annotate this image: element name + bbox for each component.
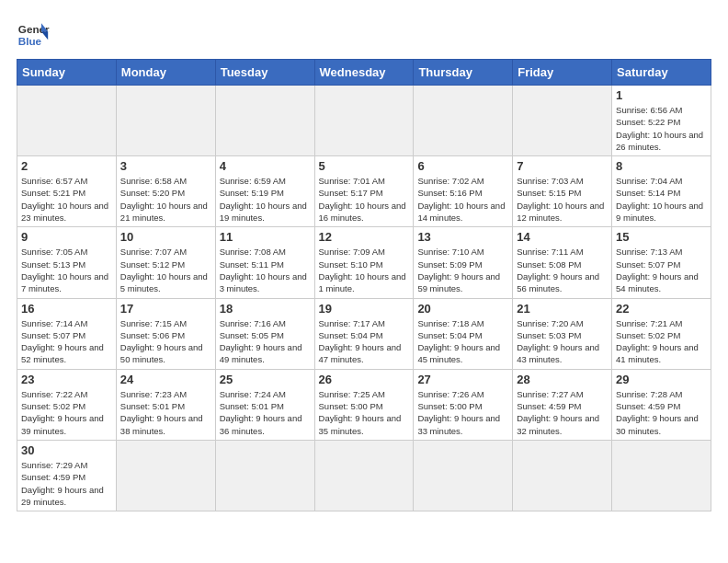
calendar-cell: 17Sunrise: 7:15 AM Sunset: 5:06 PM Dayli… — [116, 298, 215, 369]
day-info: Sunrise: 7:28 AM Sunset: 4:59 PM Dayligh… — [616, 388, 707, 437]
day-number: 23 — [21, 373, 112, 386]
weekday-header-monday: Monday — [116, 60, 215, 86]
week-row-2: 2Sunrise: 6:57 AM Sunset: 5:21 PM Daylig… — [17, 156, 711, 227]
day-info: Sunrise: 7:01 AM Sunset: 5:17 PM Dayligh… — [319, 175, 410, 224]
day-info: Sunrise: 7:29 AM Sunset: 4:59 PM Dayligh… — [21, 459, 112, 508]
calendar-cell — [215, 86, 314, 156]
calendar-cell: 16Sunrise: 7:14 AM Sunset: 5:07 PM Dayli… — [17, 298, 117, 369]
day-info: Sunrise: 7:05 AM Sunset: 5:13 PM Dayligh… — [21, 246, 112, 294]
week-row-1: 1Sunrise: 6:56 AM Sunset: 5:22 PM Daylig… — [17, 86, 711, 156]
calendar-cell: 29Sunrise: 7:28 AM Sunset: 4:59 PM Dayli… — [612, 369, 711, 440]
logo: General Blue — [17, 17, 50, 50]
day-number: 20 — [417, 302, 508, 316]
day-number: 27 — [417, 373, 508, 386]
logo-icon: General Blue — [17, 17, 50, 50]
calendar-cell: 27Sunrise: 7:26 AM Sunset: 5:00 PM Dayli… — [414, 369, 513, 440]
day-info: Sunrise: 7:17 AM Sunset: 5:04 PM Dayligh… — [319, 317, 410, 366]
day-number: 21 — [517, 302, 608, 316]
day-number: 30 — [21, 443, 112, 457]
day-number: 4 — [220, 159, 311, 173]
week-row-6: 30Sunrise: 7:29 AM Sunset: 4:59 PM Dayli… — [17, 440, 711, 511]
day-info: Sunrise: 7:27 AM Sunset: 4:59 PM Dayligh… — [517, 388, 608, 437]
calendar-cell: 1Sunrise: 6:56 AM Sunset: 5:22 PM Daylig… — [612, 86, 711, 156]
day-info: Sunrise: 6:56 AM Sunset: 5:22 PM Dayligh… — [616, 104, 707, 153]
calendar-cell: 11Sunrise: 7:08 AM Sunset: 5:11 PM Dayli… — [215, 227, 314, 298]
svg-marker-3 — [41, 31, 48, 40]
calendar-cell — [513, 86, 612, 156]
weekday-header-tuesday: Tuesday — [215, 60, 314, 86]
calendar-cell: 28Sunrise: 7:27 AM Sunset: 4:59 PM Dayli… — [513, 369, 612, 440]
calendar-cell: 10Sunrise: 7:07 AM Sunset: 5:12 PM Dayli… — [116, 227, 215, 298]
calendar-cell: 19Sunrise: 7:17 AM Sunset: 5:04 PM Dayli… — [314, 298, 414, 369]
weekday-header-sunday: Sunday — [17, 60, 117, 86]
day-number: 17 — [120, 302, 211, 316]
calendar-cell — [314, 440, 414, 511]
week-row-3: 9Sunrise: 7:05 AM Sunset: 5:13 PM Daylig… — [17, 227, 711, 298]
day-number: 3 — [120, 159, 211, 173]
day-number: 12 — [319, 230, 410, 244]
day-info: Sunrise: 7:20 AM Sunset: 5:03 PM Dayligh… — [517, 317, 608, 366]
calendar-cell: 25Sunrise: 7:24 AM Sunset: 5:01 PM Dayli… — [215, 369, 314, 440]
calendar-cell: 14Sunrise: 7:11 AM Sunset: 5:08 PM Dayli… — [513, 227, 612, 298]
weekday-header-row: SundayMondayTuesdayWednesdayThursdayFrid… — [17, 60, 711, 86]
calendar-cell: 24Sunrise: 7:23 AM Sunset: 5:01 PM Dayli… — [116, 369, 215, 440]
day-number: 14 — [517, 230, 608, 244]
day-info: Sunrise: 7:10 AM Sunset: 5:09 PM Dayligh… — [417, 246, 508, 294]
day-number: 13 — [417, 230, 508, 244]
day-number: 5 — [319, 159, 410, 173]
calendar-cell: 22Sunrise: 7:21 AM Sunset: 5:02 PM Dayli… — [612, 298, 711, 369]
week-row-5: 23Sunrise: 7:22 AM Sunset: 5:02 PM Dayli… — [17, 369, 711, 440]
calendar-cell: 3Sunrise: 6:58 AM Sunset: 5:20 PM Daylig… — [116, 156, 215, 227]
weekday-header-saturday: Saturday — [612, 60, 711, 86]
calendar-cell — [116, 440, 215, 511]
calendar-cell — [612, 440, 711, 511]
calendar-cell: 6Sunrise: 7:02 AM Sunset: 5:16 PM Daylig… — [414, 156, 513, 227]
day-number: 19 — [319, 302, 410, 316]
calendar-cell: 12Sunrise: 7:09 AM Sunset: 5:10 PM Dayli… — [314, 227, 414, 298]
day-info: Sunrise: 7:22 AM Sunset: 5:02 PM Dayligh… — [21, 388, 112, 437]
page: General Blue SundayMondayTuesdayWednesda… — [0, 0, 728, 563]
week-row-4: 16Sunrise: 7:14 AM Sunset: 5:07 PM Dayli… — [17, 298, 711, 369]
day-info: Sunrise: 6:58 AM Sunset: 5:20 PM Dayligh… — [120, 175, 211, 224]
calendar-cell — [116, 86, 215, 156]
day-info: Sunrise: 7:07 AM Sunset: 5:12 PM Dayligh… — [120, 246, 211, 294]
day-info: Sunrise: 7:14 AM Sunset: 5:07 PM Dayligh… — [21, 317, 112, 366]
day-info: Sunrise: 6:59 AM Sunset: 5:19 PM Dayligh… — [220, 175, 311, 224]
day-info: Sunrise: 7:24 AM Sunset: 5:01 PM Dayligh… — [220, 388, 311, 437]
day-number: 26 — [319, 373, 410, 386]
day-info: Sunrise: 7:13 AM Sunset: 5:07 PM Dayligh… — [616, 246, 707, 294]
day-info: Sunrise: 7:11 AM Sunset: 5:08 PM Dayligh… — [517, 246, 608, 294]
calendar-cell: 23Sunrise: 7:22 AM Sunset: 5:02 PM Dayli… — [17, 369, 117, 440]
calendar-cell: 2Sunrise: 6:57 AM Sunset: 5:21 PM Daylig… — [17, 156, 117, 227]
calendar-cell: 8Sunrise: 7:04 AM Sunset: 5:14 PM Daylig… — [612, 156, 711, 227]
calendar-cell — [414, 86, 513, 156]
day-number: 8 — [616, 159, 707, 173]
day-info: Sunrise: 7:26 AM Sunset: 5:00 PM Dayligh… — [417, 388, 508, 437]
day-number: 28 — [517, 373, 608, 386]
calendar-cell: 15Sunrise: 7:13 AM Sunset: 5:07 PM Dayli… — [612, 227, 711, 298]
day-info: Sunrise: 7:09 AM Sunset: 5:10 PM Dayligh… — [319, 246, 410, 294]
day-number: 6 — [417, 159, 508, 173]
day-number: 10 — [120, 230, 211, 244]
day-info: Sunrise: 7:03 AM Sunset: 5:15 PM Dayligh… — [517, 175, 608, 224]
calendar-cell — [17, 86, 117, 156]
day-info: Sunrise: 7:04 AM Sunset: 5:14 PM Dayligh… — [616, 175, 707, 224]
day-number: 16 — [21, 302, 112, 316]
calendar-cell — [414, 440, 513, 511]
day-info: Sunrise: 7:15 AM Sunset: 5:06 PM Dayligh… — [120, 317, 211, 366]
weekday-header-wednesday: Wednesday — [314, 60, 414, 86]
day-info: Sunrise: 7:23 AM Sunset: 5:01 PM Dayligh… — [120, 388, 211, 437]
day-number: 7 — [517, 159, 608, 173]
calendar-cell: 4Sunrise: 6:59 AM Sunset: 5:19 PM Daylig… — [215, 156, 314, 227]
day-number: 2 — [21, 159, 112, 173]
day-number: 24 — [120, 373, 211, 386]
day-info: Sunrise: 7:02 AM Sunset: 5:16 PM Dayligh… — [417, 175, 508, 224]
day-info: Sunrise: 7:08 AM Sunset: 5:11 PM Dayligh… — [220, 246, 311, 294]
day-info: Sunrise: 7:25 AM Sunset: 5:00 PM Dayligh… — [319, 388, 410, 437]
weekday-header-friday: Friday — [513, 60, 612, 86]
calendar-cell: 9Sunrise: 7:05 AM Sunset: 5:13 PM Daylig… — [17, 227, 117, 298]
day-number: 18 — [220, 302, 311, 316]
weekday-header-thursday: Thursday — [414, 60, 513, 86]
calendar-cell: 20Sunrise: 7:18 AM Sunset: 5:04 PM Dayli… — [414, 298, 513, 369]
svg-text:Blue: Blue — [18, 35, 42, 47]
